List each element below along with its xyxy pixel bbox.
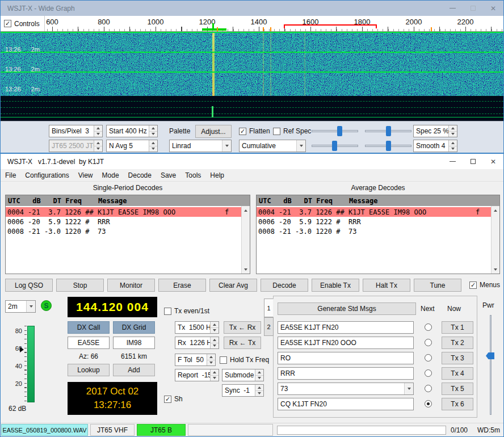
menus-checkbox-box[interactable]: ✓: [469, 281, 477, 289]
submode-spinner[interactable]: Submode B: [222, 369, 264, 381]
lookup-button[interactable]: Lookup: [68, 364, 110, 376]
menu-file[interactable]: File: [1, 170, 20, 181]
decode-button[interactable]: Decode: [261, 279, 308, 292]
menu-save[interactable]: Save: [156, 170, 180, 181]
tune-button[interactable]: Tune: [414, 279, 461, 292]
minimize-button[interactable]: [442, 1, 463, 16]
slider-handle[interactable]: [337, 126, 342, 136]
rig-status-light[interactable]: S: [41, 300, 52, 311]
tx3-next-radio[interactable]: [425, 354, 432, 362]
rx-from-tx-button[interactable]: Rx ← Tx: [224, 337, 261, 349]
waterfall-display[interactable]: 13:26 2m 13:26 2m 13:26 2m: [1, 32, 503, 96]
hold-tx-freq-checkbox-box[interactable]: [220, 356, 227, 364]
scrollbar[interactable]: [491, 206, 499, 274]
spin-down-icon[interactable]: [211, 327, 219, 334]
ref-spec-checkbox[interactable]: Ref Spec: [273, 127, 311, 135]
adjust-palette-button[interactable]: Adjust...: [195, 125, 232, 138]
pwr-slider[interactable]: [486, 315, 495, 415]
sync-spinner[interactable]: Sync -1: [222, 384, 264, 397]
maximize-button[interactable]: [463, 1, 483, 16]
menu-view[interactable]: View: [74, 170, 98, 181]
spin-up-icon[interactable]: [449, 125, 457, 131]
tx5-now-button[interactable]: Tx 5: [442, 383, 473, 395]
flatten-checkbox[interactable]: ✓ Flatten: [239, 127, 270, 135]
spectrum-mode-select[interactable]: Cumulative: [239, 140, 306, 152]
average-decodes-panel[interactable]: UTC dB DT Freq Message 0004 -21 3.7 1226…: [256, 195, 500, 274]
menu-decode[interactable]: Decode: [124, 170, 156, 181]
menu-help[interactable]: Help: [205, 170, 229, 181]
dx-grid-button[interactable]: DX Grid: [113, 321, 155, 334]
tx3-now-button[interactable]: Tx 3: [442, 352, 473, 364]
spin-up-icon[interactable]: [255, 369, 263, 375]
sh-checkbox-box[interactable]: ✓: [164, 396, 171, 403]
tx-freq-spinner[interactable]: Tx 1500 Hz: [175, 321, 219, 334]
flatten-checkbox-box[interactable]: ✓: [239, 128, 246, 135]
spin-down-icon[interactable]: [94, 131, 102, 137]
tx-even-checkbox[interactable]: Tx even/1st: [164, 307, 209, 315]
tx4-message-field[interactable]: RRR: [278, 367, 414, 380]
spin-up-icon[interactable]: [149, 140, 157, 146]
dx-grid-field[interactable]: IM98: [113, 337, 155, 349]
zero2-slider[interactable]: [365, 140, 411, 152]
maximize-button[interactable]: [463, 154, 483, 169]
spec-percent-spinner[interactable]: Spec 25 %: [413, 125, 457, 137]
slider-handle[interactable]: [332, 141, 337, 151]
decode-row[interactable]: 0004 -21 3.7 1226 ## K1JT EA5SE IM98 OOO…: [6, 207, 241, 217]
halt-tx-button[interactable]: Halt Tx: [363, 279, 410, 292]
tx5-next-radio[interactable]: [425, 385, 432, 392]
ref-spec-checkbox-box[interactable]: [273, 128, 280, 135]
dx-call-field[interactable]: EA5SE: [68, 337, 110, 349]
add-button[interactable]: Add: [113, 364, 155, 376]
tx1-message-field[interactable]: EA5SE K1JT FN20: [278, 321, 414, 334]
spin-up-icon[interactable]: [211, 337, 219, 343]
menus-checkbox[interactable]: ✓ Menus: [469, 281, 500, 289]
palette-select[interactable]: Linrad: [169, 140, 232, 152]
enable-tx-button[interactable]: Enable Tx: [312, 279, 359, 292]
report-spinner[interactable]: Report -15: [175, 369, 219, 381]
frequency-ruler[interactable]: 600 800 1000 1200 1400 1600 1800 2000 22…: [1, 16, 503, 32]
zero-slider[interactable]: [365, 125, 411, 137]
spin-down-icon[interactable]: [255, 390, 263, 397]
spin-down-icon[interactable]: [149, 146, 157, 152]
spin-up-icon[interactable]: [207, 354, 215, 360]
scroll-down-icon[interactable]: [242, 265, 250, 274]
single-period-decodes-panel[interactable]: UTC dB DT Freq Message 0004 -21 3.7 1226…: [5, 195, 250, 274]
controls-checkbox-box[interactable]: ✓: [4, 20, 11, 27]
tx2-message-field[interactable]: EA5SE K1JT FN20 OOO: [278, 337, 414, 349]
spin-down-icon[interactable]: [449, 146, 457, 152]
slider-handle[interactable]: [386, 126, 391, 136]
n-avg-spinner[interactable]: N Avg 5: [106, 140, 158, 152]
scrollbar[interactable]: [241, 206, 250, 274]
erase-button[interactable]: Erase: [158, 279, 206, 292]
close-button[interactable]: ✕: [483, 1, 503, 16]
spin-down-icon[interactable]: [255, 375, 263, 381]
scroll-up-icon[interactable]: [492, 206, 499, 215]
chevron-down-icon[interactable]: [26, 301, 35, 312]
spin-down-icon[interactable]: [449, 131, 457, 137]
start-freq-spinner[interactable]: Start 400 Hz: [106, 125, 158, 137]
band-select[interactable]: 2m: [5, 300, 36, 313]
tx2-now-button[interactable]: Tx 2: [442, 337, 473, 349]
tx4-next-radio[interactable]: [425, 369, 432, 377]
clear-avg-button[interactable]: Clear Avg: [209, 279, 257, 292]
tab-messages-1[interactable]: 1: [264, 299, 274, 317]
tx6-message-field[interactable]: CQ K1JT FN20: [278, 398, 414, 410]
monitor-button[interactable]: Monitor: [107, 279, 155, 292]
wide-graph-titlebar[interactable]: WSJT-X - Wide Graph ✕: [1, 1, 503, 16]
controls-toggle[interactable]: ✓ Controls: [1, 16, 45, 31]
menu-mode[interactable]: Mode: [98, 170, 124, 181]
minimize-button[interactable]: [442, 154, 463, 169]
tx-from-rx-button[interactable]: Tx ← Rx: [224, 321, 261, 334]
spin-up-icon[interactable]: [211, 369, 219, 375]
menu-tools[interactable]: Tools: [180, 170, 205, 181]
tx5-message-combo[interactable]: 73: [278, 383, 414, 395]
tab-messages-2[interactable]: 2: [264, 317, 274, 336]
smooth-spinner[interactable]: Smooth 4: [413, 140, 457, 152]
spin-up-icon[interactable]: [255, 385, 263, 390]
close-button[interactable]: ✕: [483, 154, 503, 169]
f-tol-spinner[interactable]: F Tol 50: [175, 354, 216, 366]
decode-row[interactable]: 0004 -21 3.7 1226 ## K1JT EA5SE IM98 OOO…: [257, 207, 491, 217]
chevron-down-icon[interactable]: [296, 140, 305, 152]
tx6-now-button[interactable]: Tx 6: [442, 398, 473, 410]
gain-slider[interactable]: [312, 125, 358, 137]
